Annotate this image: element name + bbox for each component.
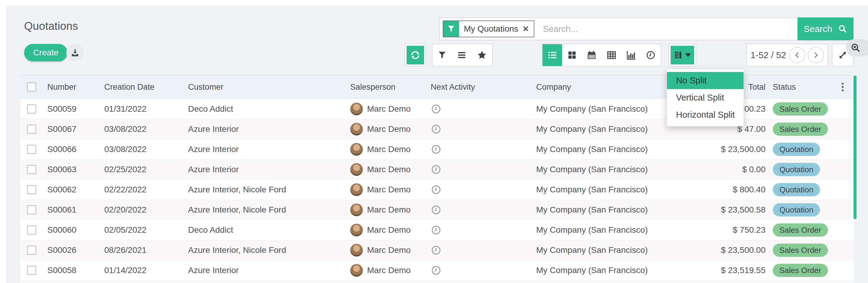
activity-clock-icon[interactable]	[431, 204, 532, 215]
row-number: S00062	[43, 185, 100, 194]
table-row[interactable]: S00066 03/08/2022 Azure Interior Marc De…	[20, 139, 854, 159]
activity-clock-icon[interactable]	[431, 104, 532, 114]
column-header-salesperson[interactable]: Salesperson	[346, 82, 427, 92]
row-salesperson: Marc Demo	[346, 103, 427, 115]
salesperson-name: Marc Demo	[367, 125, 411, 134]
view-activity-button[interactable]	[641, 44, 661, 66]
search-bar[interactable]: My Quotations ✕ Search... Search	[439, 17, 854, 40]
table-row[interactable]: S00058 01/14/2022 Azure Interior Marc De…	[20, 260, 854, 280]
search-input[interactable]: Search...	[543, 24, 798, 34]
row-creation-date: 02/22/2022	[100, 185, 184, 194]
search-icon	[838, 24, 847, 34]
view-graph-button[interactable]	[621, 44, 641, 66]
salesperson-avatar	[350, 163, 363, 176]
row-customer: Azure Interior	[184, 125, 346, 134]
group-by-button[interactable]	[457, 44, 467, 66]
split-view-button[interactable]	[671, 46, 694, 64]
row-checkbox[interactable]	[27, 225, 36, 235]
row-customer: Deco Addict	[184, 225, 346, 235]
activity-clock-icon[interactable]	[431, 184, 532, 195]
row-number: S00066	[43, 144, 100, 154]
row-select-cell	[20, 246, 43, 255]
row-status: Sales Order	[769, 264, 832, 277]
row-checkbox[interactable]	[27, 125, 36, 134]
row-status: Sales Order	[769, 244, 832, 257]
pager-next-button[interactable]	[808, 47, 824, 63]
salesperson-avatar	[350, 183, 363, 196]
kanban-view-icon	[567, 50, 577, 60]
activity-clock-icon[interactable]	[431, 164, 532, 175]
column-header-next-activity[interactable]: Next Activity	[427, 82, 532, 92]
row-number: S00061	[43, 205, 100, 215]
search-button-label: Search	[804, 24, 832, 34]
pivot-view-icon	[607, 50, 616, 60]
view-kanban-button[interactable]	[562, 44, 582, 66]
export-button[interactable]	[66, 44, 84, 62]
search-filter-facet: My Quotations ✕	[443, 21, 534, 37]
funnel-icon	[447, 25, 455, 33]
column-header-number[interactable]: Number	[43, 82, 100, 92]
remove-facet-icon[interactable]: ✕	[523, 24, 529, 34]
row-next-activity	[427, 224, 532, 236]
activity-clock-icon[interactable]	[431, 265, 532, 276]
view-calendar-button[interactable]	[582, 44, 601, 66]
view-list-button[interactable]	[542, 44, 562, 66]
list-view-icon	[547, 50, 558, 60]
salesperson-avatar	[350, 224, 363, 236]
create-button[interactable]: Create	[24, 44, 67, 62]
row-creation-date: 01/31/2022	[100, 104, 184, 114]
split-menu-item[interactable]: Horizontal Split	[667, 106, 744, 123]
row-next-activity	[427, 245, 532, 256]
row-checkbox[interactable]	[27, 266, 36, 275]
row-checkbox[interactable]	[27, 165, 36, 174]
page-title: Quotations	[24, 20, 78, 33]
search-button[interactable]: Search	[798, 17, 854, 40]
pager-previous-button[interactable]	[789, 47, 805, 63]
row-checkbox[interactable]	[27, 185, 36, 194]
select-all-checkbox[interactable]	[27, 82, 36, 92]
zoom-fab[interactable]	[846, 39, 868, 57]
view-pivot-button[interactable]	[601, 44, 621, 66]
row-salesperson: Marc Demo	[346, 224, 427, 236]
table-row[interactable]: S00063 02/25/2022 Azure Interior Marc De…	[20, 159, 854, 179]
refresh-button[interactable]	[407, 46, 424, 64]
row-checkbox[interactable]	[27, 205, 36, 214]
split-menu-item[interactable]: No Split	[667, 72, 744, 89]
activity-clock-icon[interactable]	[431, 144, 532, 155]
row-customer: Azure Interior, Nicole Ford	[184, 205, 346, 215]
split-view-menu: No SplitVertical SplitHorizontal Split	[667, 69, 744, 127]
filters-button[interactable]	[438, 44, 447, 66]
row-checkbox[interactable]	[27, 145, 36, 154]
table-row[interactable]: S00026 08/26/2021 Azure Interior, Nicole…	[20, 240, 854, 260]
salesperson-avatar	[350, 123, 363, 136]
column-header-status[interactable]: Status	[769, 82, 832, 92]
table-row[interactable]: S00060 02/05/2022 Deco Addict Marc Demo …	[20, 220, 854, 240]
split-menu-item[interactable]: Vertical Split	[667, 89, 744, 106]
row-number: S00059	[43, 104, 100, 114]
activity-clock-icon[interactable]	[431, 224, 532, 236]
row-select-cell	[20, 145, 43, 154]
view-switcher	[542, 44, 661, 67]
row-total: $ 23,500.00	[695, 245, 769, 255]
filter-facet-icon-box	[443, 21, 459, 37]
select-all-cell	[20, 82, 43, 92]
table-scrollbar[interactable]	[854, 76, 857, 219]
row-total: $ 23,519.55	[695, 266, 769, 275]
row-select-cell	[20, 205, 43, 214]
row-checkbox[interactable]	[27, 246, 36, 255]
row-number: S00067	[43, 125, 100, 134]
salesperson-name: Marc Demo	[367, 245, 411, 255]
column-header-creation-date[interactable]: Creation Date	[100, 82, 184, 92]
row-checkbox[interactable]	[27, 104, 36, 113]
activity-clock-icon[interactable]	[431, 124, 532, 135]
status-badge: Sales Order	[773, 244, 828, 257]
salesperson-avatar	[350, 204, 363, 216]
status-badge: Quotation	[773, 163, 820, 176]
activity-clock-icon[interactable]	[431, 245, 532, 256]
column-header-customer[interactable]: Customer	[184, 82, 346, 92]
table-row[interactable]: S00061 02/20/2022 Azure Interior, Nicole…	[20, 200, 854, 220]
kebab-menu-icon[interactable]	[841, 82, 844, 92]
row-status: Quotation	[769, 203, 832, 216]
favorites-button[interactable]	[477, 44, 487, 66]
table-row[interactable]: S00062 02/22/2022 Azure Interior, Nicole…	[20, 179, 854, 200]
